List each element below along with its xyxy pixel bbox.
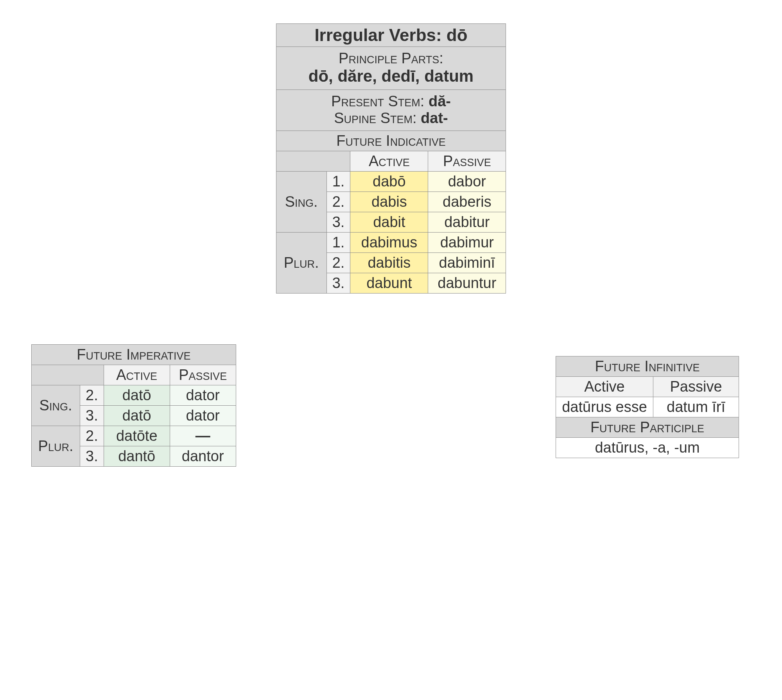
form-p3p: dabuntur: [428, 273, 506, 294]
principal-parts-cell: Principle Parts: dō, dăre, dedī, datum: [276, 47, 506, 90]
imper-s3p: dator: [170, 406, 236, 426]
person-1: 1.: [326, 172, 350, 192]
imperative-table: Future Imperative Active Passive Sing. 2…: [31, 344, 236, 467]
present-stem-label: Present Stem:: [331, 93, 429, 109]
part-value: datūrus, -a, -um: [556, 438, 739, 458]
blank-corner: [276, 151, 350, 172]
form-p3a: dabunt: [350, 273, 428, 294]
imper-pl3a: dantō: [104, 446, 170, 467]
imper-sing: Sing.: [32, 385, 80, 426]
main-title: Irregular Verbs: dō: [276, 24, 506, 47]
imper-pl2a: datōte: [104, 426, 170, 446]
inf-passive: datum īrī: [653, 397, 739, 417]
form-s2p: daberis: [428, 192, 506, 212]
part-title: Future Participle: [556, 417, 739, 438]
imper-p3: 3.: [80, 406, 104, 426]
form-s3p: dabitur: [428, 212, 506, 233]
pp-label: Principle Parts:: [339, 50, 443, 66]
stems-cell: Present Stem: dă- Supine Stem: dat-: [276, 90, 506, 131]
form-p2a: dabitis: [350, 253, 428, 273]
form-s3a: dabit: [350, 212, 428, 233]
form-p2p: dabiminī: [428, 253, 506, 273]
imper-p2: 2.: [80, 385, 104, 406]
pp-value: dō, dăre, dedī, datum: [308, 67, 474, 85]
imper-p2b: 2.: [80, 426, 104, 446]
imper-s2a: datō: [104, 385, 170, 406]
supine-stem-value: dat-: [421, 110, 448, 126]
imper-title: Future Imperative: [32, 345, 236, 365]
inf-col-passive: Passive: [653, 377, 739, 397]
plur-label: Plur.: [276, 233, 326, 294]
person-3: 3.: [326, 212, 350, 233]
sing-label: Sing.: [276, 172, 326, 233]
inf-active: datūrus esse: [556, 397, 653, 417]
inf-title: Future Infinitive: [556, 356, 739, 377]
form-p1a: dabimus: [350, 233, 428, 253]
present-stem-value: dă-: [429, 93, 451, 109]
imper-col-active: Active: [104, 365, 170, 385]
imper-pl2p: —: [170, 426, 236, 446]
imper-s2p: dator: [170, 385, 236, 406]
form-s2a: dabis: [350, 192, 428, 212]
inf-col-active: Active: [556, 377, 653, 397]
person-1b: 1.: [326, 233, 350, 253]
form-s1p: dabor: [428, 172, 506, 192]
supine-stem-label: Supine Stem:: [334, 110, 421, 126]
person-2: 2.: [326, 192, 350, 212]
form-p1p: dabimur: [428, 233, 506, 253]
imper-s3a: datō: [104, 406, 170, 426]
imper-blank: [32, 365, 104, 385]
infinitive-participle-table: Future Infinitive Active Passive datūrus…: [556, 356, 739, 458]
imper-p3b: 3.: [80, 446, 104, 467]
form-s1a: dabō: [350, 172, 428, 192]
person-3b: 3.: [326, 273, 350, 294]
col-active: Active: [350, 151, 428, 172]
imper-col-passive: Passive: [170, 365, 236, 385]
imper-plur: Plur.: [32, 426, 80, 467]
imper-pl3p: dantor: [170, 446, 236, 467]
col-passive: Passive: [428, 151, 506, 172]
person-2b: 2.: [326, 253, 350, 273]
tense-header: Future Indicative: [276, 131, 506, 151]
main-conjugation-table: Irregular Verbs: dō Principle Parts: dō,…: [276, 23, 506, 294]
